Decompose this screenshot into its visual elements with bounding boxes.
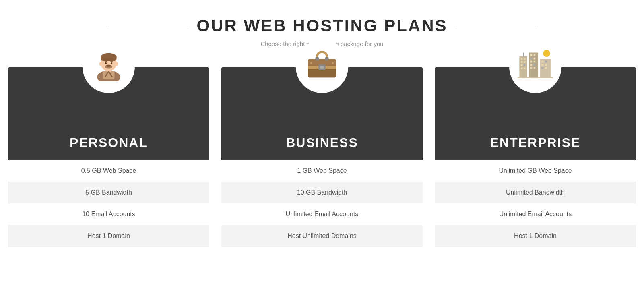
- header-line-left: [108, 26, 188, 26]
- svg-rect-36: [534, 54, 535, 56]
- svg-rect-20: [325, 57, 329, 61]
- svg-rect-50: [541, 67, 543, 69]
- plan-header-personal: PERSONAL: [8, 67, 209, 160]
- plan-header-business: BUSINESS: [221, 67, 423, 160]
- svg-rect-30: [524, 64, 525, 66]
- svg-point-13: [106, 65, 111, 67]
- plan-icon-personal: [85, 39, 133, 87]
- feature-item: 10 Email Accounts: [8, 203, 209, 225]
- plan-card-enterprise: ENTERPRISEUnlimited GB Web SpaceUnlimite…: [435, 67, 636, 247]
- svg-rect-26: [524, 58, 525, 60]
- feature-item: Unlimited Email Accounts: [435, 203, 636, 225]
- svg-rect-52: [518, 77, 553, 78]
- svg-rect-44: [534, 67, 535, 69]
- plan-header-enterprise: ENTERPRISE: [435, 67, 636, 160]
- plan-name-personal: PERSONAL: [70, 135, 148, 150]
- svg-rect-1: [103, 71, 115, 79]
- svg-rect-51: [545, 67, 547, 69]
- plan-name-enterprise: ENTERPRISE: [490, 135, 580, 150]
- svg-rect-42: [534, 64, 535, 66]
- feature-item: Unlimited GB Web Space: [435, 160, 636, 182]
- svg-rect-28: [524, 61, 525, 63]
- svg-rect-35: [530, 54, 532, 56]
- svg-rect-41: [530, 64, 532, 66]
- feature-item: 10 GB Bandwidth: [221, 182, 423, 203]
- svg-rect-29: [521, 64, 522, 66]
- plan-features-enterprise: Unlimited GB Web SpaceUnlimited Bandwidt…: [435, 160, 636, 247]
- svg-rect-7: [101, 55, 117, 61]
- svg-rect-38: [534, 58, 535, 59]
- svg-rect-47: [545, 61, 547, 62]
- plan-icon-business: [298, 39, 346, 87]
- plan-icon-enterprise: [511, 39, 559, 87]
- feature-item: 1 GB Web Space: [221, 160, 423, 182]
- svg-rect-48: [541, 64, 543, 66]
- svg-rect-49: [545, 64, 547, 66]
- feature-item: 0.5 GB Web Space: [8, 160, 209, 182]
- svg-rect-24: [519, 56, 527, 77]
- svg-rect-40: [534, 61, 535, 62]
- svg-rect-31: [521, 68, 522, 69]
- svg-point-8: [99, 62, 102, 66]
- svg-point-23: [543, 50, 550, 57]
- svg-point-9: [115, 62, 118, 66]
- svg-rect-25: [521, 58, 522, 60]
- svg-point-22: [332, 62, 334, 64]
- svg-point-10: [105, 62, 107, 64]
- svg-rect-27: [521, 61, 522, 63]
- plan-card-business: BUSINESS1 GB Web Space10 GB BandwidthUnl…: [221, 67, 423, 247]
- plan-name-business: BUSINESS: [286, 135, 358, 150]
- page-title: OUR WEB HOSTING PLANS: [196, 16, 447, 35]
- svg-point-21: [310, 62, 312, 64]
- header-line-right: [456, 26, 536, 26]
- plan-features-personal: 0.5 GB Web Space5 GB Bandwidth10 Email A…: [8, 160, 209, 247]
- feature-item: 5 GB Bandwidth: [8, 182, 209, 203]
- svg-rect-18: [320, 66, 324, 69]
- svg-rect-37: [530, 58, 532, 59]
- svg-rect-33: [523, 53, 524, 57]
- feature-item: Host 1 Domain: [8, 225, 209, 247]
- svg-point-11: [111, 62, 113, 64]
- plan-card-personal: PERSONAL0.5 GB Web Space5 GB Bandwidth10…: [8, 67, 209, 247]
- svg-rect-19: [315, 57, 319, 61]
- svg-rect-39: [530, 61, 532, 62]
- plan-features-business: 1 GB Web Space10 GB BandwidthUnlimited E…: [221, 160, 423, 247]
- feature-item: Unlimited Bandwidth: [435, 182, 636, 203]
- svg-rect-32: [524, 68, 525, 69]
- feature-item: Host 1 Domain: [435, 225, 636, 247]
- svg-rect-46: [541, 61, 543, 62]
- feature-item: Host Unlimited Domains: [221, 225, 423, 247]
- svg-rect-43: [530, 67, 532, 69]
- plans-container: PERSONAL0.5 GB Web Space5 GB Bandwidth10…: [8, 67, 636, 247]
- feature-item: Unlimited Email Accounts: [221, 203, 423, 225]
